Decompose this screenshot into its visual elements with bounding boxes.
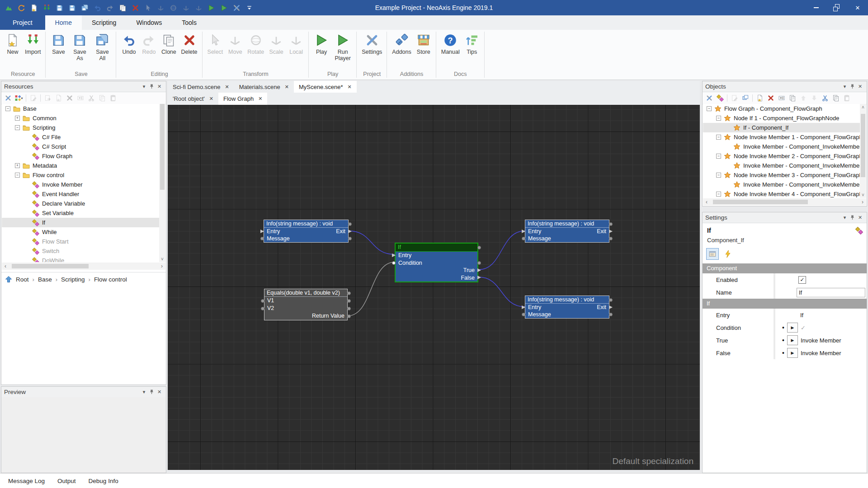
pin-dot-icon[interactable]: [609, 237, 613, 240]
rotate-qat-button[interactable]: [169, 4, 178, 12]
pin-dot-icon[interactable]: [261, 299, 264, 303]
save-as-button[interactable]: Save As: [69, 32, 90, 62]
resource-item-set-variable[interactable]: Set Variable: [2, 208, 159, 218]
expander-icon[interactable]: −: [716, 192, 721, 197]
paste-button[interactable]: [108, 94, 118, 103]
save-all-qat-button[interactable]: [80, 4, 89, 12]
pin-icon[interactable]: [849, 83, 856, 90]
resource-item-dowhile[interactable]: DoWhile: [2, 256, 159, 262]
tips-button[interactable]: Tips: [463, 32, 481, 56]
edit-button[interactable]: [28, 94, 38, 103]
object-item-invoke-member-component-invokemember[interactable]: Invoke Member - Component_InvokeMember: [703, 142, 860, 151]
objects-horizontal-scrollbar[interactable]: ‹›: [703, 198, 866, 206]
local-button[interactable]: Local: [287, 32, 305, 56]
pin-dot-icon[interactable]: [609, 222, 613, 226]
move-up-button[interactable]: [798, 94, 808, 103]
close-icon[interactable]: ✕: [348, 84, 352, 90]
breadcrumb-item-scripting[interactable]: Scripting: [61, 276, 85, 283]
redo-qat-button[interactable]: [106, 4, 114, 12]
reference-button[interactable]: ▶: [787, 323, 798, 333]
status-tab-message-log[interactable]: Message Log: [8, 478, 45, 484]
close-icon[interactable]: ✕: [209, 96, 213, 102]
save-all-button[interactable]: Save All: [92, 32, 113, 62]
wire-1[interactable]: [348, 262, 395, 316]
scale-button[interactable]: Scale: [267, 32, 285, 56]
breadcrumb-item-flow-control[interactable]: Flow control: [94, 276, 127, 283]
panel-menu-icon[interactable]: ▾: [841, 214, 849, 221]
expander-icon[interactable]: −: [716, 135, 721, 140]
object-item-node-invoke-member-4-component-flowgraphnode[interactable]: −Node Invoke Member 4 - Component_FlowGr…: [703, 189, 860, 198]
panel-menu-icon[interactable]: ▾: [140, 83, 148, 90]
run-player-qat-button[interactable]: [220, 4, 228, 12]
object-item-node-if-1-component-flowgraphnode[interactable]: −Node If 1 - Component_FlowGraphNode: [703, 113, 860, 123]
new-doc-button[interactable]: [54, 94, 63, 103]
move-qat-button[interactable]: [156, 4, 165, 12]
props-button[interactable]: [706, 248, 719, 260]
scrollbar-thumb[interactable]: [12, 264, 89, 268]
pin-icon[interactable]: [148, 83, 156, 90]
close-icon[interactable]: ✕: [285, 84, 289, 90]
pin-dot-icon[interactable]: [477, 261, 481, 265]
scroll-left-icon[interactable]: ‹: [703, 198, 710, 206]
panel-menu-icon[interactable]: ▾: [841, 83, 849, 90]
import-qat-button[interactable]: [42, 4, 51, 12]
close-icon[interactable]: ✕: [856, 214, 864, 221]
close-icon[interactable]: ✕: [156, 83, 163, 90]
expander-icon[interactable]: −: [5, 106, 10, 111]
pin-dot-icon[interactable]: [348, 222, 352, 226]
object-item-if-component-if[interactable]: If - Component_If: [703, 123, 860, 132]
resource-item-flow-control[interactable]: −Flow control: [2, 170, 159, 180]
resource-item-if[interactable]: If: [2, 218, 159, 227]
tab-flow-graph[interactable]: Flow Graph✕: [218, 93, 267, 105]
expander-icon[interactable]: +: [15, 163, 20, 168]
pin-arrow-icon[interactable]: [260, 230, 264, 233]
events-button[interactable]: [722, 248, 734, 260]
tab-sci-fi-demo-scene[interactable]: Sci-fi Demo.scene✕: [168, 81, 234, 93]
local-qat-button[interactable]: [194, 4, 203, 12]
pin-dot-icon[interactable]: [609, 313, 613, 316]
pin-dot-icon[interactable]: [348, 237, 352, 240]
import-button[interactable]: Import: [24, 32, 42, 56]
pin-arrow-icon[interactable]: [477, 276, 481, 279]
open-with-button[interactable]: [43, 94, 52, 103]
pin-arrow-icon[interactable]: [522, 230, 525, 233]
clone-button[interactable]: Clone: [160, 32, 178, 56]
pin-icon[interactable]: [148, 388, 156, 396]
resource-item-switch[interactable]: Switch: [2, 246, 159, 256]
object-item-flow-graph-component-flowgraph[interactable]: −Flow Graph - Component_FlowGraph: [703, 104, 860, 113]
pin-dot-white-icon[interactable]: [392, 261, 396, 265]
windows-button[interactable]: [741, 94, 750, 103]
copy-button[interactable]: [97, 94, 107, 103]
scale-qat-button[interactable]: [182, 4, 190, 12]
resource-item-event-handler[interactable]: Event Handler: [2, 189, 159, 199]
breadcrumb-item-root[interactable]: Root: [16, 276, 29, 283]
scroll-up-icon[interactable]: ˄: [860, 104, 866, 110]
expander-icon[interactable]: −: [716, 116, 721, 121]
rotate-button[interactable]: Rotate: [246, 32, 265, 56]
manual-button[interactable]: ?Manual: [440, 32, 461, 56]
close-icon[interactable]: ✕: [258, 96, 262, 102]
addons-button[interactable]: Addons: [391, 32, 412, 56]
menu-tab-project[interactable]: Project: [0, 15, 45, 30]
pin-dot-icon[interactable]: [347, 314, 351, 318]
flow-graph-canvas[interactable]: Info(string message) : voidEntryExitMess…: [168, 105, 700, 470]
status-tab-debug-info[interactable]: Debug Info: [89, 478, 118, 484]
expander-icon[interactable]: +: [15, 116, 20, 121]
tools-button[interactable]: [3, 94, 13, 103]
restore-button[interactable]: [826, 0, 847, 15]
delete-button[interactable]: [766, 94, 775, 103]
resource-item-common[interactable]: +Common: [2, 113, 159, 123]
pin-arrow-icon[interactable]: [477, 268, 481, 272]
run-player-button[interactable]: Run Player: [332, 32, 353, 62]
expander-icon[interactable]: −: [707, 106, 712, 111]
resource-item-flow-graph[interactable]: Flow Graph: [2, 151, 159, 161]
object-item-node-invoke-member-3-component-flowgraphnode[interactable]: −Node Invoke Member 3 - Component_FlowGr…: [703, 170, 860, 180]
menu-tab-scripting[interactable]: Scripting: [82, 15, 126, 30]
menu-tab-tools[interactable]: Tools: [172, 15, 207, 30]
pin-dot-icon[interactable]: [522, 237, 525, 240]
resource-item-scripting[interactable]: −Scripting: [2, 123, 159, 132]
resource-item-c-file[interactable]: C# File: [2, 132, 159, 142]
pin-arrow-icon[interactable]: [392, 253, 396, 257]
pin-dot-icon[interactable]: [347, 291, 351, 295]
info-node-3[interactable]: Info(string message) : voidEntryExitMess…: [525, 296, 609, 319]
